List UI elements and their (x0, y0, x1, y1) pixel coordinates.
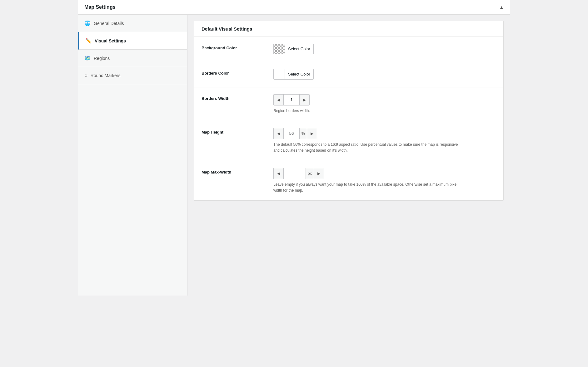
map-height-control: ◀ 56 % ▶ The default 56% corresponds to … (273, 128, 496, 154)
map-icon: 🗺️ (84, 55, 91, 61)
map-height-decrement[interactable]: ◀ (274, 128, 284, 139)
map-max-width-decrement[interactable]: ◀ (274, 168, 284, 179)
map-max-width-label: Map Max-Width (202, 168, 264, 174)
background-color-swatch (274, 44, 285, 54)
map-max-width-increment[interactable]: ▶ (314, 168, 324, 179)
sidebar-item-label: General Details (94, 21, 124, 26)
background-color-label: Background Color (202, 44, 264, 50)
circle-icon: ○ (84, 73, 87, 78)
sidebar-item-label: Regions (94, 56, 110, 61)
settings-panel: Default Visual Settings Background Color… (194, 21, 504, 201)
main-layout: 🌐 General Details ✏️ Visual Settings 🗺️ … (78, 15, 510, 296)
map-max-width-hint: Leave empty if you always want your map … (273, 182, 461, 193)
sidebar-item-label: Visual Settings (95, 38, 126, 43)
map-max-width-control: ◀ px ▶ Leave empty if you always want yo… (273, 168, 496, 193)
borders-color-control: Select Color (273, 69, 496, 80)
pencil-icon: ✏️ (85, 38, 92, 44)
map-height-stepper: ◀ 56 % ▶ (273, 128, 317, 139)
map-settings-header: Map Settings ▲ (78, 0, 510, 15)
sidebar-item-regions[interactable]: 🗺️ Regions (78, 50, 187, 67)
borders-color-label: Borders Color (202, 69, 264, 76)
setting-row-map-height: Map Height ◀ 56 % ▶ The default 56% corr… (194, 121, 503, 161)
borders-width-control: ◀ 1 ▶ Region borders width. (273, 94, 496, 114)
sidebar-item-round-markers[interactable]: ○ Round Markers (78, 67, 187, 84)
sidebar-item-general-details[interactable]: 🌐 General Details (78, 15, 187, 32)
setting-row-borders-width: Borders Width ◀ 1 ▶ Region borders width… (194, 87, 503, 121)
sidebar-item-label: Round Markers (91, 73, 121, 78)
borders-width-stepper: ◀ 1 ▶ (273, 94, 310, 105)
map-settings-title: Map Settings (84, 4, 116, 10)
borders-color-btn-label: Select Color (285, 69, 313, 79)
page-wrapper: Map Settings ▲ 🌐 General Details ✏️ Visu… (78, 0, 510, 296)
borders-width-value: 1 (284, 95, 299, 105)
map-height-label: Map Height (202, 128, 264, 135)
background-color-control: Select Color (273, 44, 496, 55)
sidebar: 🌐 General Details ✏️ Visual Settings 🗺️ … (78, 15, 187, 296)
map-height-value: 56 (284, 128, 299, 139)
content-area: Default Visual Settings Background Color… (187, 15, 510, 296)
background-color-button[interactable]: Select Color (273, 44, 314, 54)
globe-icon: 🌐 (84, 20, 91, 26)
setting-row-background-color: Background Color Select Color (194, 37, 503, 62)
panel-title: Default Visual Settings (202, 26, 252, 32)
map-height-unit: % (299, 128, 307, 139)
borders-width-hint: Region borders width. (273, 108, 461, 114)
map-height-increment[interactable]: ▶ (307, 128, 317, 139)
map-max-width-unit: px (306, 168, 314, 179)
borders-width-label: Borders Width (202, 94, 264, 101)
collapse-icon[interactable]: ▲ (499, 5, 504, 10)
setting-row-borders-color: Borders Color Select Color (194, 62, 503, 87)
borders-width-increment[interactable]: ▶ (299, 95, 309, 105)
map-max-width-value (284, 168, 306, 179)
map-height-hint: The default 56% corresponds to a 16:9 as… (273, 142, 461, 154)
borders-width-decrement[interactable]: ◀ (274, 95, 284, 105)
borders-color-swatch (274, 69, 285, 79)
borders-color-button[interactable]: Select Color (273, 69, 314, 80)
sidebar-item-visual-settings[interactable]: ✏️ Visual Settings (78, 32, 187, 50)
background-color-btn-label: Select Color (285, 44, 313, 54)
settings-panel-header: Default Visual Settings (194, 21, 503, 37)
setting-row-map-max-width: Map Max-Width ◀ px ▶ Leave empty if you … (194, 161, 503, 200)
map-max-width-stepper: ◀ px ▶ (273, 168, 324, 179)
